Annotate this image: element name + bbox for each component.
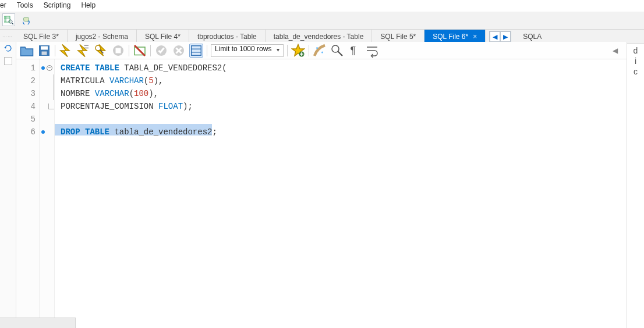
svg-rect-17 xyxy=(116,48,121,53)
find-icon[interactable] xyxy=(330,44,344,58)
svg-rect-7 xyxy=(41,46,48,49)
svg-marker-10 xyxy=(78,44,87,56)
code-editor[interactable]: 1 2 3 4 5 6 − CREATE TABLE TABLA_DE_VEND… xyxy=(16,59,627,328)
line-number: 5 xyxy=(16,113,36,126)
code-lines[interactable]: CREATE TABLE TABLA_DE_VENDEDORES2(MATRIC… xyxy=(55,59,627,328)
fold-end-icon xyxy=(48,104,54,109)
statement-dot-icon xyxy=(41,66,45,70)
search-table-icon[interactable] xyxy=(2,13,15,26)
line-number: 2 xyxy=(16,74,36,87)
right-panel-text: d i c xyxy=(627,45,644,77)
fold-guide xyxy=(54,87,54,100)
panel-placeholder xyxy=(4,57,12,65)
code-line[interactable]: NOMBRE VARCHAR(100), xyxy=(61,87,627,100)
wrap-icon[interactable] xyxy=(365,44,379,58)
statement-dot-icon xyxy=(41,130,45,134)
open-file-icon[interactable] xyxy=(20,44,34,58)
svg-point-32 xyxy=(321,51,323,53)
svg-rect-24 xyxy=(192,45,201,55)
line-number: 4 xyxy=(16,100,36,113)
stop-icon[interactable] xyxy=(111,44,125,58)
tab-prev-button[interactable]: ◀ xyxy=(490,31,500,42)
svg-point-33 xyxy=(332,45,339,52)
svg-marker-9 xyxy=(61,44,69,56)
execute-icon[interactable] xyxy=(59,44,73,58)
refresh-icon[interactable] xyxy=(4,44,12,52)
fold-guide xyxy=(54,74,54,87)
line-number: 1 xyxy=(16,62,36,74)
line-number: 3 xyxy=(16,87,36,100)
separator xyxy=(150,45,151,56)
no-autocommit-icon[interactable] xyxy=(133,44,147,58)
db-refresh-icon[interactable] xyxy=(20,13,33,26)
code-line[interactable]: PORCENTAJE_COMISION FLOAT); xyxy=(61,100,627,113)
content-area: Limit to 1000 rows ¶ ◀ xyxy=(0,42,644,328)
save-icon[interactable] xyxy=(37,44,51,58)
beautify-icon[interactable] xyxy=(313,44,327,58)
menu-server-cut[interactable]: er xyxy=(0,1,6,9)
menu-scripting[interactable]: Scripting xyxy=(44,1,71,9)
separator xyxy=(309,45,309,56)
left-gutter-column xyxy=(0,42,16,328)
execute-current-icon[interactable] xyxy=(76,44,90,58)
line-number-gutter: 1 2 3 4 5 6 xyxy=(16,59,40,328)
svg-line-4 xyxy=(12,23,13,24)
explain-icon[interactable] xyxy=(94,44,108,58)
svg-point-31 xyxy=(316,47,318,49)
separator xyxy=(287,45,288,56)
right-panel: d i c xyxy=(627,42,644,328)
svg-marker-14 xyxy=(97,44,105,56)
toggle-limit-icon[interactable] xyxy=(189,44,203,58)
active-tab-label: SQL File 6* xyxy=(433,33,468,41)
separator xyxy=(55,45,55,56)
close-tab-icon[interactable]: × xyxy=(473,33,477,41)
tab-next-button[interactable]: ▶ xyxy=(500,31,511,42)
favorite-icon[interactable] xyxy=(291,44,305,58)
code-line[interactable]: MATRICULA VARCHAR(5), xyxy=(61,74,627,87)
bottom-status-strip xyxy=(0,318,76,328)
commit-icon[interactable] xyxy=(154,44,168,58)
line-number: 6 xyxy=(16,126,36,138)
invisible-chars-icon[interactable]: ¶ xyxy=(348,44,362,58)
fold-marker-gutter: − xyxy=(40,59,55,328)
separator xyxy=(129,45,129,56)
rollback-icon[interactable] xyxy=(172,44,186,58)
separator xyxy=(207,45,207,56)
row-limit-select[interactable]: Limit to 1000 rows xyxy=(211,44,284,57)
menu-tools[interactable]: Tools xyxy=(17,1,33,9)
code-line[interactable]: CREATE TABLE TABLA_DE_VENDEDORES2( xyxy=(61,62,627,74)
editor-wrap: Limit to 1000 rows ¶ ◀ xyxy=(16,42,627,328)
fold-open-icon[interactable]: − xyxy=(47,65,52,71)
main-toolbar xyxy=(0,12,644,30)
svg-text:¶: ¶ xyxy=(351,45,356,56)
menu-bar: er Tools Scripting Help xyxy=(0,0,644,12)
collapse-right-arrow-icon[interactable]: ◀ xyxy=(608,44,622,58)
row-limit-label: Limit to 1000 rows xyxy=(215,45,271,53)
menu-help[interactable]: Help xyxy=(81,1,95,9)
editor-toolbar: Limit to 1000 rows ¶ ◀ xyxy=(16,42,627,59)
svg-line-34 xyxy=(338,51,343,56)
svg-rect-8 xyxy=(42,51,47,55)
code-line[interactable]: DROP TABLE tabla_de_vendedores2; xyxy=(61,126,627,138)
